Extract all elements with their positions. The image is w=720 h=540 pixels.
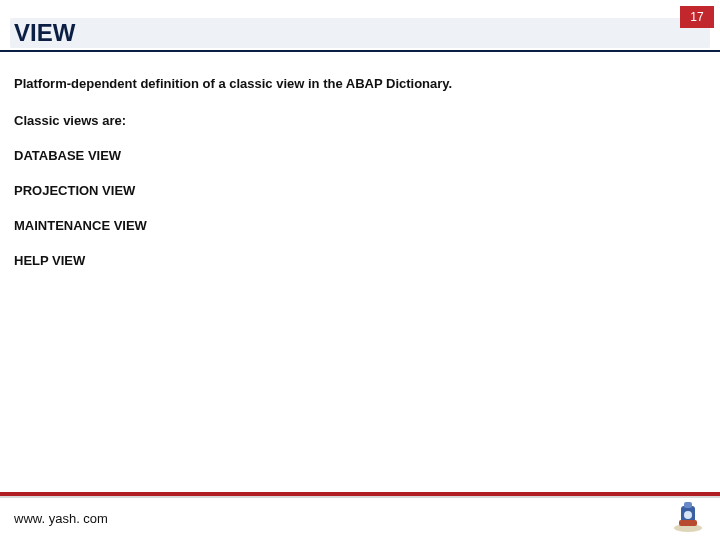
footer-url: www. yash. com — [14, 511, 108, 526]
slide-title: VIEW — [14, 19, 75, 47]
title-background — [10, 18, 710, 48]
svg-rect-2 — [684, 502, 692, 508]
slide-header: VIEW 17 — [0, 0, 720, 54]
svg-point-3 — [684, 511, 692, 519]
footer-divider-gray — [0, 496, 720, 498]
company-logo-icon — [670, 498, 706, 534]
slide-footer: www. yash. com — [0, 492, 720, 540]
list-heading: Classic views are: — [14, 113, 706, 128]
svg-rect-4 — [679, 520, 697, 526]
page-number-badge: 17 — [680, 6, 714, 28]
list-item: DATABASE VIEW — [14, 148, 706, 163]
intro-paragraph: Platform-dependent definition of a class… — [14, 76, 706, 91]
list-item: HELP VIEW — [14, 253, 706, 268]
list-item: MAINTENANCE VIEW — [14, 218, 706, 233]
slide-content: Platform-dependent definition of a class… — [0, 54, 720, 268]
title-underline — [0, 50, 720, 52]
list-item: PROJECTION VIEW — [14, 183, 706, 198]
